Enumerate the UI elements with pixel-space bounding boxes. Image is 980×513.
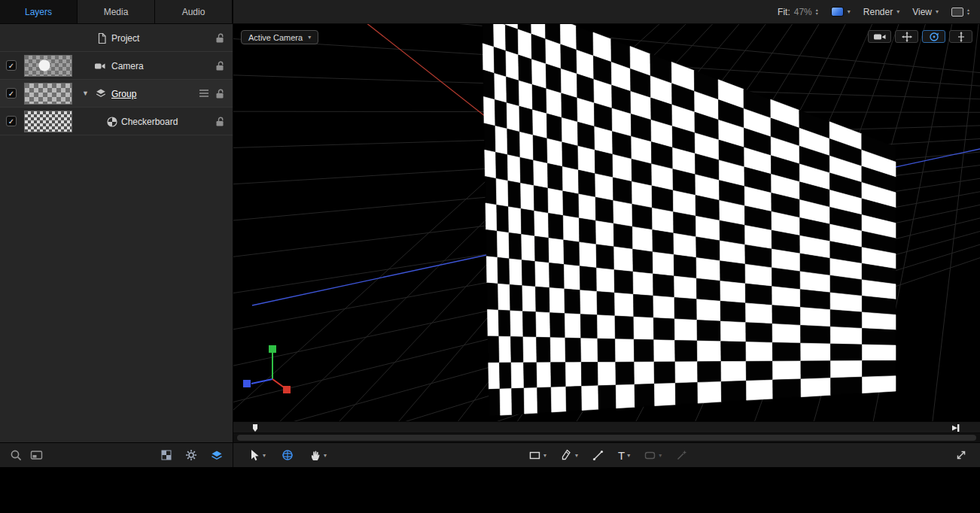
text-tool-glyph: T xyxy=(618,449,625,462)
checkerboard-generator-icon xyxy=(106,116,118,128)
tab-audio[interactable]: Audio xyxy=(155,0,233,23)
layer-name: Project xyxy=(111,33,139,44)
shape-tool[interactable]: ▾ xyxy=(528,449,546,462)
playhead-marker-icon[interactable] xyxy=(251,423,260,433)
layer-thumbnail[interactable] xyxy=(24,55,72,77)
layer-name: Group xyxy=(111,89,136,99)
mask-rect-icon xyxy=(644,449,656,462)
orbit-tool-button[interactable] xyxy=(922,30,945,43)
camera-tools xyxy=(868,30,972,43)
gear-icon[interactable] xyxy=(185,449,197,461)
blend-mode-icon[interactable] xyxy=(199,89,210,98)
bottom-toolbar: ▾ ▾ ▾ xyxy=(0,442,980,467)
filmstrip-view-icon[interactable] xyxy=(30,449,44,461)
search-icon[interactable] xyxy=(10,449,23,462)
layer-name: Checkerboard xyxy=(121,117,178,127)
layer-row-checkerboard[interactable]: ✓ Checkerboard xyxy=(0,108,233,135)
motion-app-window: Layers Media Audio Fit: 47% ▴▾ ▾ Render … xyxy=(0,0,980,513)
lock-icon[interactable] xyxy=(214,60,226,71)
view-menu[interactable]: View ▾ xyxy=(912,7,939,17)
pan-tool-button[interactable] xyxy=(895,30,918,43)
mini-timeline[interactable] xyxy=(233,421,980,442)
color-channel-icon xyxy=(831,7,844,17)
lock-icon[interactable] xyxy=(214,88,226,99)
creation-tools: ▾ ▾ T ▾ xyxy=(528,443,688,467)
top-bar: Layers Media Audio Fit: 47% ▴▾ ▾ Render … xyxy=(0,0,980,24)
visibility-checkbox[interactable]: ✓ xyxy=(6,60,17,71)
end-marker-icon[interactable] xyxy=(951,423,960,433)
pen-icon xyxy=(560,449,573,462)
group-layers-icon xyxy=(95,88,107,99)
dolly-icon xyxy=(957,32,966,42)
lock-icon[interactable] xyxy=(214,116,226,127)
pane-icon xyxy=(951,8,963,17)
disclosure-triangle-icon[interactable]: ▼ xyxy=(82,90,89,97)
panel-tabs: Layers Media Audio xyxy=(0,0,233,23)
layer-name: Camera xyxy=(111,61,144,71)
expand-viewport-icon[interactable] xyxy=(954,448,968,462)
layer-row-group[interactable]: ✓ ▼ Group xyxy=(0,80,233,108)
layer-thumbnail[interactable] xyxy=(24,83,72,105)
visibility-checkbox[interactable]: ✓ xyxy=(6,88,17,99)
dolly-tool-button[interactable] xyxy=(949,30,972,43)
fit-label: Fit: xyxy=(778,7,790,17)
pan-icon xyxy=(902,32,912,42)
transform-3d-icon xyxy=(281,448,294,462)
document-icon xyxy=(96,32,108,44)
camera-select-menu[interactable]: Active Camera ▾ xyxy=(241,30,318,44)
timeline-scroll-handle[interactable] xyxy=(237,435,976,441)
layer-thumbnail[interactable] xyxy=(24,111,72,132)
camera-icon xyxy=(872,32,887,41)
layers-panel: Project ✓ Camera ✓ ▼ xyxy=(0,24,233,442)
layer-row-camera[interactable]: ✓ Camera xyxy=(0,52,233,80)
transform-3d-tool[interactable] xyxy=(281,448,294,462)
hand-icon xyxy=(309,449,321,462)
orbit-icon xyxy=(929,32,939,42)
line-tool-icon xyxy=(592,449,604,462)
adjust-item-tool-disabled[interactable] xyxy=(675,449,688,462)
lock-icon[interactable] xyxy=(214,32,226,44)
text-tool[interactable]: T ▾ xyxy=(618,449,630,462)
layout-stepper[interactable]: ▴▾ xyxy=(967,8,969,16)
transform-tools: ▾ ▾ xyxy=(248,443,327,467)
fit-zoom-control[interactable]: Fit: 47% ▴▾ xyxy=(778,7,818,17)
panel-footer-toggles xyxy=(161,449,223,461)
tab-media[interactable]: Media xyxy=(78,0,155,23)
visibility-checkbox[interactable]: ✓ xyxy=(6,116,17,126)
wand-icon xyxy=(675,449,688,462)
viewport-controls-bar: Fit: 47% ▴▾ ▾ Render ▾ View ▾ ▴ xyxy=(778,0,980,23)
zoom-value: 47% xyxy=(794,7,812,17)
window-layout-control[interactable]: ▴▾ xyxy=(951,8,969,17)
pan-hand-tool[interactable]: ▾ xyxy=(309,449,327,462)
viewport-scene[interactable] xyxy=(233,24,980,421)
timeline-ruler[interactable] xyxy=(233,422,980,433)
show-generators-checker-icon[interactable] xyxy=(161,450,172,460)
timeline-scrollbar[interactable] xyxy=(233,433,980,442)
line-tool[interactable] xyxy=(592,449,604,462)
layers-view-icon[interactable] xyxy=(211,450,223,461)
bezier-tool[interactable]: ▾ xyxy=(560,449,578,462)
layers-panel-footer xyxy=(0,443,233,467)
channels-menu[interactable]: ▾ xyxy=(831,7,851,17)
select-tool[interactable]: ▾ xyxy=(248,449,266,462)
render-menu[interactable]: Render ▾ xyxy=(863,7,899,17)
zoom-stepper[interactable]: ▴▾ xyxy=(816,8,818,16)
canvas-viewport[interactable]: Active Camera ▾ xyxy=(233,24,980,421)
tab-layers[interactable]: Layers xyxy=(0,0,78,23)
rectangle-tool-icon xyxy=(528,449,541,462)
layer-row-project[interactable]: Project xyxy=(0,24,233,52)
video-camera-icon xyxy=(94,60,106,72)
mask-tool-disabled[interactable]: ▾ xyxy=(644,449,662,462)
arrow-cursor-icon xyxy=(248,449,260,462)
camera-icon-button[interactable] xyxy=(868,30,891,43)
